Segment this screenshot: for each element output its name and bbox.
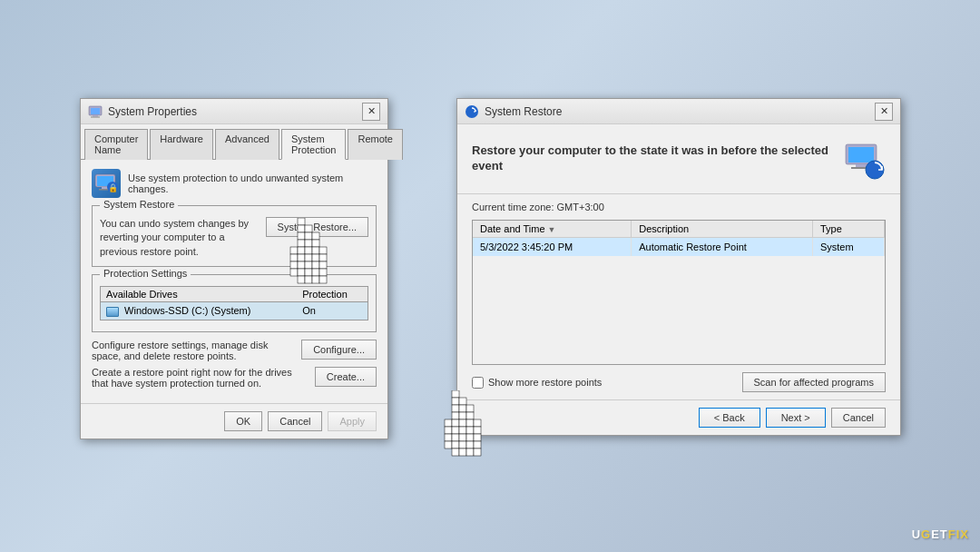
back-button[interactable]: < Back	[699, 408, 760, 428]
configure-text: Configure restore settings, manage disk …	[92, 340, 294, 361]
configure-row: Configure restore settings, manage disk …	[92, 340, 377, 361]
svg-rect-73	[445, 441, 452, 448]
tab-system-protection[interactable]: System Protection	[281, 129, 347, 160]
system-protection-icon: 🔒	[92, 169, 121, 198]
apply-button[interactable]: Apply	[328, 411, 377, 431]
restore-header-text: Restore your computer to the state it wa…	[472, 143, 842, 174]
watermark-g: G	[921, 527, 931, 541]
system-restore-group-text: You can undo system changes by reverting…	[100, 217, 259, 259]
svg-rect-80	[466, 448, 474, 456]
timezone-info: Current time zone: GMT+3:00	[457, 194, 900, 220]
watermark-u: U	[912, 527, 921, 541]
svg-rect-68	[445, 434, 452, 441]
table-row[interactable]: Windows-SSD (C:) (System) On	[101, 302, 368, 320]
restore-footer: < Back Next > Cancel	[457, 399, 900, 435]
system-restore-group-content: You can undo system changes by reverting…	[100, 217, 368, 259]
protection-settings-group: Protection Settings Available Drives Pro…	[92, 274, 377, 332]
create-button[interactable]: Create...	[315, 367, 377, 387]
restore-point-date: 5/3/2022 3:45:20 PM	[473, 238, 632, 257]
col-protection: Protection	[297, 287, 368, 302]
svg-rect-79	[459, 448, 466, 456]
system-restore-titlebar: System Restore ✕	[457, 99, 900, 124]
svg-text:🔒: 🔒	[108, 182, 119, 193]
system-restore-group-label: System Restore	[100, 199, 178, 210]
system-properties-dialog: System Properties ✕ Computer Name Hardwa…	[80, 98, 388, 439]
table-row[interactable]: 5/3/2022 3:45:20 PM Automatic Restore Po…	[473, 238, 885, 257]
restore-points-table-container[interactable]: Date and Time ▼ Description Type 5/3/202…	[472, 220, 886, 365]
system-properties-footer: OK Cancel Apply	[81, 403, 387, 439]
col-date-time: Date and Time ▼	[473, 221, 632, 238]
next-button[interactable]: Next >	[766, 408, 826, 428]
watermark-fix: FIX	[948, 527, 969, 541]
restore-point-type: System	[812, 238, 884, 257]
protection-settings-label: Protection Settings	[100, 268, 191, 279]
svg-rect-78	[452, 448, 459, 456]
col-description: Description	[632, 221, 813, 238]
col-available-drives: Available Drives	[101, 287, 298, 302]
ok-button[interactable]: OK	[224, 411, 262, 431]
protection-table: Available Drives Protection Windows-SSD …	[100, 286, 368, 320]
system-restore-dialog: System Restore ✕ Restore your computer t…	[456, 98, 901, 436]
svg-rect-63	[445, 427, 452, 434]
system-protection-header: 🔒 Use system protection to undo unwanted…	[92, 169, 377, 198]
watermark: UGETFIX	[912, 527, 969, 541]
restore-points-table: Date and Time ▼ Description Type 5/3/202…	[473, 221, 885, 256]
drive-name: Windows-SSD (C:) (System)	[101, 302, 298, 320]
svg-rect-76	[466, 441, 474, 448]
system-properties-title: System Properties	[108, 105, 197, 118]
cancel-button[interactable]: Cancel	[268, 411, 322, 431]
show-more-label[interactable]: Show more restore points	[472, 377, 602, 389]
svg-rect-75	[459, 441, 466, 448]
system-properties-content: 🔒 Use system protection to undo unwanted…	[81, 160, 387, 403]
drive-protection: On	[297, 302, 368, 320]
tab-remote[interactable]: Remote	[348, 129, 403, 160]
svg-rect-58	[445, 419, 452, 427]
drive-icon	[106, 307, 119, 317]
svg-point-10	[466, 105, 478, 118]
create-text: Create a restore point right now for the…	[92, 367, 308, 389]
create-row: Create a restore point right now for the…	[92, 367, 377, 389]
tab-computer-name[interactable]: Computer Name	[84, 129, 148, 160]
system-restore-close-button[interactable]: ✕	[875, 103, 893, 121]
restore-cancel-button[interactable]: Cancel	[831, 408, 886, 428]
show-more-checkbox[interactable]	[472, 377, 484, 389]
system-restore-button[interactable]: System Restore...	[266, 217, 368, 237]
sort-arrow-date: ▼	[548, 225, 556, 234]
system-restore-titlebar-icon	[465, 104, 479, 119]
system-protection-desc: Use system protection to undo unwanted s…	[128, 172, 377, 194]
scan-affected-button[interactable]: Scan for affected programs	[742, 372, 886, 392]
svg-rect-3	[91, 116, 100, 117]
svg-rect-81	[474, 448, 481, 456]
col-type: Type	[812, 221, 884, 238]
restore-footer-options: Show more restore points Scan for affect…	[457, 365, 900, 399]
svg-rect-74	[452, 441, 459, 448]
system-restore-title: System Restore	[485, 105, 562, 118]
tab-advanced[interactable]: Advanced	[215, 129, 279, 160]
svg-rect-77	[474, 441, 481, 448]
configure-button[interactable]: Configure...	[301, 340, 377, 360]
system-properties-tab-bar: Computer Name Hardware Advanced System P…	[81, 124, 387, 160]
svg-rect-2	[93, 115, 98, 117]
restore-point-description: Automatic Restore Point	[632, 238, 813, 257]
watermark-e: ET	[931, 527, 948, 541]
restore-header-icon	[842, 137, 886, 181]
system-properties-titlebar: System Properties ✕	[81, 99, 387, 124]
system-properties-titlebar-icon	[88, 104, 103, 119]
tab-hardware[interactable]: Hardware	[150, 129, 213, 160]
system-restore-group: System Restore You can undo system chang…	[92, 205, 377, 267]
svg-rect-12	[848, 147, 874, 163]
svg-rect-1	[91, 108, 100, 114]
restore-header: Restore your computer to the state it wa…	[457, 124, 900, 194]
system-properties-close-button[interactable]: ✕	[362, 103, 380, 121]
